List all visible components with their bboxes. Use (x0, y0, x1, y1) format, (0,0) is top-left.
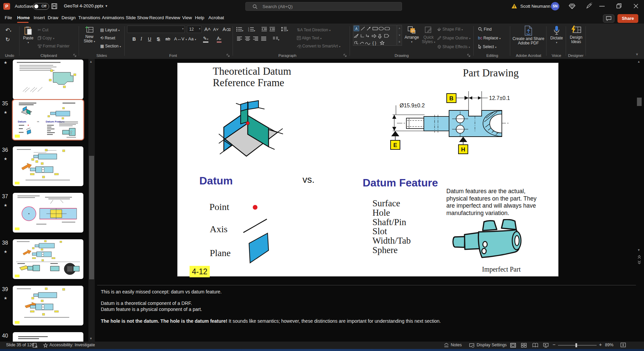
drawing-dialog-launcher[interactable] (467, 54, 471, 57)
font-name-combo[interactable]: ▾ (127, 26, 185, 33)
datum-point-label[interactable]: Point (209, 202, 229, 212)
collapse-ribbon-button[interactable]: ˅ (636, 52, 638, 56)
character-spacing-button[interactable]: A↔V ▾ (174, 36, 187, 41)
dictate-button[interactable]: Dictate▾ (548, 26, 565, 45)
part-drawing-title[interactable]: Part Drawing (463, 67, 519, 79)
accessibility-status[interactable]: Accessibility: Investigate (49, 343, 95, 347)
bold-button[interactable]: B (132, 36, 136, 42)
slide-35-thumbnail[interactable]: Datum vs. Datum Feature (13, 100, 83, 140)
font-size-combo[interactable]: 12▾ (187, 26, 202, 33)
slide-counter[interactable]: Slide 35 of 120 (6, 343, 34, 347)
format-painter-button[interactable]: Format Painter (38, 44, 70, 48)
pen-mode-icon[interactable] (586, 3, 593, 10)
document-title[interactable]: GeoTol 4-2020.pptx (64, 3, 104, 8)
premium-diamond-icon[interactable] (569, 3, 576, 10)
close-button[interactable] (633, 3, 640, 10)
notes-toggle[interactable]: Notes (451, 343, 462, 347)
part-drawing-graphic[interactable]: B 12.7±0.1 Ø15.9±0.2 E (384, 78, 525, 155)
align-left-button[interactable] (237, 36, 242, 42)
canvas-scrollbar[interactable]: ▲ ▼ (636, 59, 643, 285)
user-name[interactable]: Scott Neumann (520, 4, 551, 9)
datum-plane-label[interactable]: Plane (210, 248, 231, 258)
paragraph-dialog-launcher[interactable] (344, 54, 347, 57)
tab-insert[interactable]: Insert (34, 15, 45, 20)
find-button[interactable]: Find (478, 27, 492, 32)
shape-outline-button[interactable]: Shape Outline ▾ (437, 36, 471, 40)
zoom-slider-track[interactable] (558, 345, 597, 346)
tab-record[interactable]: Record (149, 15, 164, 20)
slide-36-thumbnail[interactable] (13, 146, 83, 186)
quick-styles-button[interactable]: QuickStyles ▾ (421, 26, 436, 44)
datum-heading[interactable]: Datum (199, 175, 233, 187)
reading-view-button[interactable] (532, 343, 538, 348)
feature-description[interactable]: Datum features are the actual, physical … (446, 188, 544, 217)
shape-gallery[interactable]: A { } (353, 25, 397, 46)
notes-pane[interactable]: This is an easily missed concept: datum … (97, 285, 636, 342)
vs-label[interactable]: vs. (303, 174, 315, 185)
slide-34-thumbnail[interactable] (13, 60, 83, 99)
replace-button[interactable]: bc Replace ▾ (478, 36, 500, 40)
autosave-toggle[interactable]: Off (33, 3, 49, 10)
tab-slideshow[interactable]: Slide Show (126, 15, 149, 20)
previous-slide-button[interactable] (637, 255, 641, 259)
share-button[interactable]: Share (617, 14, 638, 23)
tab-draw[interactable]: Draw (48, 15, 58, 20)
slide-sorter-view-button[interactable] (521, 343, 527, 348)
slide-38-thumbnail[interactable] (13, 239, 83, 279)
font-dialog-launcher[interactable] (227, 54, 230, 57)
tab-help[interactable]: Help (195, 15, 204, 20)
redo-button[interactable]: ↻ (5, 36, 10, 43)
convert-smartart-button[interactable]: Convert to SmartArt ▾ (297, 44, 340, 48)
design-ideas-button[interactable]: DesignIdeas (567, 26, 586, 44)
restore-button[interactable] (616, 3, 623, 10)
feature-list[interactable]: SurfaceHoleShaft/Pin SlotWidth/TabSphere (372, 199, 411, 255)
align-text-button[interactable]: Align Text ▾ (297, 36, 322, 40)
paste-button[interactable]: Paste▾ (21, 26, 36, 45)
document-title-chevron-icon[interactable]: ▼ (105, 4, 108, 8)
thumbnail-scroll-up-icon[interactable]: ▲ (89, 60, 94, 63)
arrange-button[interactable]: Arrange▾ (403, 26, 420, 44)
layout-button[interactable]: ▤ Layout ▾ (100, 28, 120, 32)
reset-button[interactable]: ⟲ Reset (100, 36, 115, 40)
imperfect-part-caption[interactable]: Imperfect Part (482, 266, 521, 273)
tab-acrobat[interactable]: Acrobat (208, 15, 224, 20)
highlight-color-button[interactable]: ✎▾ (203, 36, 208, 43)
thumbnail-scroll-down-icon[interactable]: ▼ (89, 337, 94, 340)
columns-button[interactable]: ▾ (273, 36, 279, 42)
canvas-scrollbar-thumb[interactable] (637, 98, 642, 106)
section-button[interactable]: ▦ Section ▾ (100, 44, 121, 48)
slide-title[interactable]: Theoretical DatumReference Frame (213, 66, 291, 89)
imperfect-part-graphic[interactable] (450, 219, 524, 261)
tab-home[interactable]: Home (17, 15, 30, 20)
datum-feature-heading[interactable]: Datum Feature (363, 177, 438, 189)
zoom-level[interactable]: 89% (605, 343, 613, 347)
thumbnail-scrollbar-thumb[interactable] (89, 156, 94, 279)
italic-button[interactable]: I (140, 36, 142, 42)
change-case-button[interactable]: Aa ▾ (188, 36, 196, 41)
fit-to-window-button[interactable] (620, 343, 626, 348)
tab-file[interactable]: File (5, 15, 12, 20)
shape-fill-button[interactable]: Shape Fill ▾ (437, 27, 463, 32)
canvas-scroll-down-icon[interactable]: ▼ (637, 248, 642, 252)
copy-button[interactable]: Copy ▾ (38, 36, 54, 40)
next-slide-button[interactable] (637, 260, 641, 265)
align-center-button[interactable] (245, 36, 250, 42)
slide-39-thumbnail[interactable] (13, 286, 83, 325)
zoom-out-button[interactable]: − (553, 342, 556, 347)
grow-font-button[interactable]: A˄ (204, 26, 211, 32)
create-pdf-button[interactable]: Create and ShareAdobe PDF (512, 26, 545, 45)
canvas-scroll-up-icon[interactable]: ▲ (637, 60, 642, 63)
page-number-label[interactable]: 4-12 (190, 266, 210, 277)
align-right-button[interactable] (253, 36, 258, 42)
powerpoint-app-icon[interactable]: P (3, 3, 10, 10)
font-color-button[interactable]: A▾ (217, 36, 222, 43)
avatar[interactable]: SN (551, 2, 559, 10)
spell-check-icon[interactable] (33, 343, 38, 348)
slide-editing-area[interactable]: Theoretical DatumReference Frame Part Dr… (177, 63, 559, 277)
numbering-button[interactable]: 123▾ (248, 27, 255, 33)
search-input[interactable]: Search (Alt+Q) (245, 2, 402, 11)
bullets-button[interactable]: ▾ (236, 27, 243, 33)
undo-button[interactable]: ↶▾ (5, 27, 11, 33)
warning-icon[interactable] (511, 3, 517, 9)
display-settings[interactable]: Display Settings (477, 343, 507, 347)
